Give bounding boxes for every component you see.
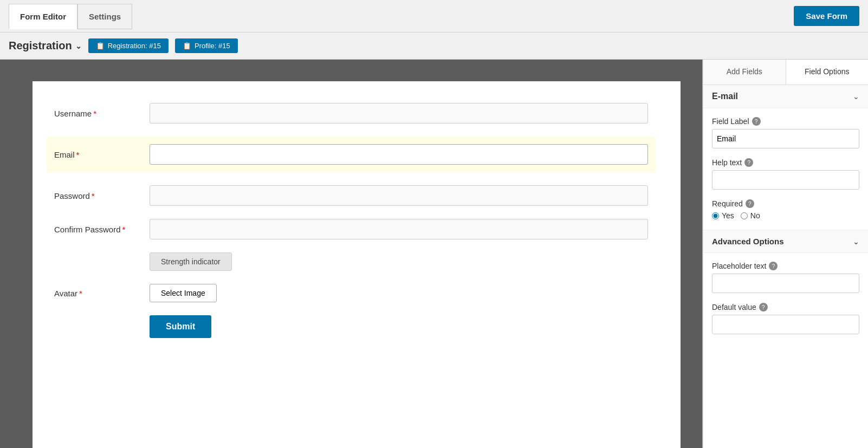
sub-header: Registration ⌄ 📋 Registration: #15 📋 Pro… (0, 33, 868, 60)
help-text-group: Help text ? (712, 158, 859, 190)
required-star-email: * (76, 150, 80, 159)
required-group: Required ? Yes No (712, 199, 859, 220)
required-star-avatar: * (79, 289, 82, 298)
required-star-confirm: * (122, 225, 126, 234)
placeholder-text-group: Placeholder text ? (712, 262, 859, 293)
required-star-password: * (92, 191, 95, 200)
section-chevron-icon: ⌄ (853, 92, 859, 101)
username-row: Username* (54, 103, 648, 124)
left-panel: Username* Email* Password* (0, 60, 703, 448)
required-star: * (93, 109, 96, 118)
form-canvas: Username* Email* Password* (33, 81, 681, 448)
chevron-down-icon: ⌄ (75, 42, 82, 50)
confirm-password-row: Confirm Password* (54, 219, 648, 239)
copy-icon-2: 📋 (183, 42, 191, 50)
section-title: E-mail (712, 92, 738, 101)
right-content: E-mail ⌄ Field Label ? Help text ? (703, 85, 868, 448)
required-help-icon[interactable]: ? (746, 199, 754, 208)
right-panel: Add Fields Field Options E-mail ⌄ Field … (703, 60, 868, 448)
email-label: Email* (54, 150, 141, 159)
help-text-help-icon[interactable]: ? (744, 158, 753, 167)
advanced-options-title: Advanced Options (712, 237, 784, 246)
form-title-text: Registration (9, 40, 72, 52)
main-layout: Username* Email* Password* (0, 60, 868, 448)
required-yes-label[interactable]: Yes (712, 211, 734, 220)
required-title: Required ? (712, 199, 859, 208)
avatar-row: Avatar* Select Image (54, 284, 648, 302)
avatar-label: Avatar* (54, 289, 141, 298)
field-label-group: Field Label ? (712, 117, 859, 148)
placeholder-help-icon[interactable]: ? (769, 262, 778, 270)
advanced-chevron-icon: ⌄ (853, 237, 859, 246)
required-yes-radio[interactable] (712, 212, 719, 219)
submit-button[interactable]: Submit (150, 315, 211, 338)
placeholder-text-title: Placeholder text ? (712, 262, 859, 270)
default-value-title: Default value ? (712, 303, 859, 311)
tab-add-fields[interactable]: Add Fields (703, 60, 786, 85)
default-value-group: Default value ? (712, 303, 859, 334)
copy-icon: 📋 (96, 42, 105, 50)
password-input[interactable] (150, 185, 648, 206)
registration-tag-button[interactable]: 📋 Registration: #15 (88, 38, 169, 53)
section-header-email[interactable]: E-mail ⌄ (703, 85, 868, 108)
profile-tag-button[interactable]: 📋 Profile: #15 (175, 38, 238, 53)
username-input[interactable] (150, 103, 648, 124)
password-label: Password* (54, 191, 141, 200)
required-radios: Yes No (712, 211, 859, 220)
select-image-button[interactable]: Select Image (150, 284, 217, 302)
right-tabs: Add Fields Field Options (703, 60, 868, 85)
username-label: Username* (54, 109, 141, 118)
required-no-label[interactable]: No (741, 211, 760, 220)
top-bar: Form Editor Settings Save Form (0, 0, 868, 33)
form-title[interactable]: Registration ⌄ (9, 40, 82, 52)
help-text-title: Help text ? (712, 158, 859, 167)
tab-settings[interactable]: Settings (77, 4, 132, 29)
field-label-title: Field Label ? (712, 117, 859, 126)
email-row: Email* (47, 137, 656, 172)
confirm-password-input[interactable] (150, 219, 648, 239)
required-no-radio[interactable] (741, 212, 748, 219)
email-input[interactable] (150, 144, 648, 165)
main-tabs: Form Editor Settings (9, 3, 132, 29)
default-value-help-icon[interactable]: ? (759, 303, 768, 311)
field-label-input[interactable] (712, 129, 859, 148)
tab-field-options[interactable]: Field Options (786, 60, 869, 85)
save-form-button[interactable]: Save Form (794, 6, 859, 26)
confirm-password-label: Confirm Password* (54, 225, 141, 234)
default-value-input[interactable] (712, 315, 859, 334)
field-label-help-icon[interactable]: ? (752, 117, 761, 126)
tab-form-editor[interactable]: Form Editor (9, 4, 77, 29)
advanced-options-section[interactable]: Advanced Options ⌄ (703, 230, 868, 253)
placeholder-text-input[interactable] (712, 274, 859, 293)
password-row: Password* (54, 185, 648, 206)
strength-indicator-button[interactable]: Strength indicator (150, 252, 232, 271)
help-text-input[interactable] (712, 170, 859, 190)
